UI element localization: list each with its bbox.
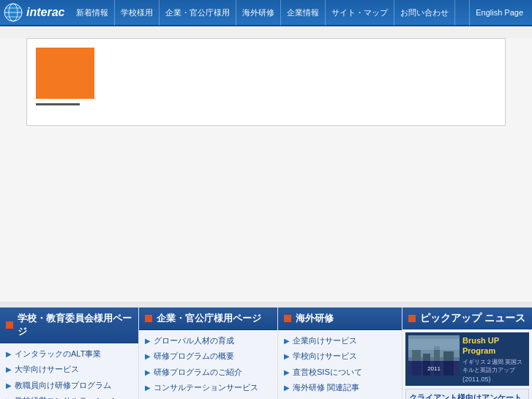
nav-news[interactable]: 新着情報 [70, 0, 115, 26]
banner-orange-block [36, 48, 94, 99]
brush-up-title: Brush UP Program [462, 335, 526, 357]
school-link-3: 教職員向け研修プログラム [15, 380, 111, 391]
arrow-icon: ▶ [6, 349, 12, 359]
list-item[interactable]: ▶ 大学向けサービス [0, 362, 138, 377]
banner [26, 38, 505, 126]
overseas-link-4: 海外研修 関連記事 [293, 382, 359, 393]
nav-sitemap[interactable]: サイト・マップ [326, 0, 394, 26]
school-section-header: 学校・教育委員会様用ページ [0, 307, 138, 343]
bottom-section: 学校・教育委員会様用ページ ▶ インタラックのALT事業 ▶ 大学向けサービス … [0, 307, 532, 399]
brush-up-image: 2011 [408, 335, 460, 376]
banner-line [36, 103, 80, 105]
arrow-icon: ▶ [284, 336, 290, 346]
list-item[interactable]: ▶ 学校向けサービス [278, 348, 402, 364]
school-links: ▶ インタラックのALT事業 ▶ 大学向けサービス ▶ 教職員向け研修プログラム… [0, 343, 138, 399]
brush-up-date: (2011.05) [462, 376, 526, 383]
logo-text: interac [26, 6, 64, 19]
logo-globe-icon [3, 2, 23, 23]
site-header: interac 新着情報 学校様用 企業・官公庁様用 海外研修 企業情報 サイト… [0, 0, 532, 26]
arrow-icon: ▶ [6, 381, 12, 391]
brush-up-text: Brush UP Program イギリス２週間 英国スキルと英語力アップ (2… [462, 335, 526, 383]
overseas-header-title: 海外研修 [296, 312, 334, 325]
brush-up-inner: 2011 Brush UP Program イギリス２週間 英国スキルと英語力ア… [408, 335, 526, 383]
list-item[interactable]: ▶ 企業・官公庁 関連記事 [139, 396, 277, 399]
nav-overseas[interactable]: 海外研修 [236, 0, 281, 26]
nav-english[interactable]: English Page [469, 0, 529, 26]
list-item[interactable]: ▶ 企業向けサービス [278, 333, 402, 348]
school-link-1: インタラックのALT事業 [15, 348, 101, 359]
arrow-icon: ▶ [6, 396, 12, 399]
spacer [0, 302, 532, 307]
main-content [0, 38, 532, 302]
news-column: ピックアップ ニュース 2011 [402, 307, 532, 399]
arrow-icon: ▶ [284, 368, 290, 378]
corp-header-title: 企業・官公庁様用ページ [157, 312, 261, 325]
nav-bar: 新着情報 学校様用 企業・官公庁様用 海外研修 企業情報 サイト・マップ お問い… [70, 0, 529, 26]
svg-rect-11 [408, 339, 460, 350]
brush-up-subtitle: イギリス２週間 英国スキルと英語力アップ [462, 358, 526, 374]
list-item[interactable]: ▶ コンサルテーションサービス [139, 380, 277, 395]
arrow-icon: ▶ [284, 383, 290, 393]
overseas-header-icon [284, 315, 291, 322]
corp-link-3: 研修プログラムのご紹介 [154, 367, 242, 378]
arrow-icon: ▶ [145, 351, 151, 362]
arrow-icon: ▶ [284, 351, 290, 362]
list-item[interactable]: ▶ グローバル人材の育成 [139, 333, 277, 348]
overseas-column: 海外研修 ▶ 企業向けサービス ▶ 学校向けサービス ▶ 直営校SISについて … [278, 307, 402, 399]
overseas-links: ▶ 企業向けサービス ▶ 学校向けサービス ▶ 直営校SISについて ▶ 海外研… [278, 330, 402, 399]
nav-company[interactable]: 企業情報 [281, 0, 326, 26]
arrow-icon: ▶ [145, 336, 151, 346]
survey-card[interactable]: クライアント様向けアンケート [405, 389, 529, 399]
list-item[interactable]: ▶ 研修プログラムのご紹介 [139, 365, 277, 380]
list-item[interactable]: ▶ 学校経営コンサルテーション [0, 393, 138, 399]
list-item[interactable]: ▶ 直営校SISについて [278, 365, 402, 380]
corp-column: 企業・官公庁様用ページ ▶ グローバル人材の育成 ▶ 研修プログラムの概要 ▶ … [139, 307, 278, 399]
arrow-icon: ▶ [145, 368, 151, 378]
list-item[interactable]: ▶ 研修プログラムの概要 [139, 348, 277, 364]
brush-up-img-overlay: 2011 [408, 361, 460, 376]
school-header-icon [6, 321, 13, 329]
overseas-link-3: 直営校SISについて [293, 367, 362, 378]
corp-header-icon [145, 315, 152, 322]
news-header-title: ピックアップ ニュース [420, 312, 525, 325]
corp-link-4: コンサルテーションサービス [154, 382, 258, 393]
logo[interactable]: interac [3, 2, 64, 23]
overseas-link-2: 学校向けサービス [293, 351, 357, 362]
survey-text: クライアント様向けアンケート [409, 392, 525, 399]
brush-up-year: 2011 [427, 365, 441, 372]
school-header-title: 学校・教育委員会様用ページ [18, 312, 132, 338]
list-item[interactable]: ▶ 教職員向け研修プログラム [0, 378, 138, 393]
list-item[interactable]: ▶ インタラックのALT事業 [0, 346, 138, 362]
school-link-4: 学校経営コンサルテーション [15, 395, 119, 399]
news-section-header: ピックアップ ニュース [402, 307, 532, 329]
nav-school[interactable]: 学校様用 [115, 0, 160, 26]
nav-corp[interactable]: 企業・官公庁様用 [160, 0, 236, 26]
list-item[interactable]: ▶ 海外研修 関連記事 [278, 380, 402, 395]
arrow-icon: ▶ [6, 365, 12, 375]
news-header-icon [408, 315, 416, 322]
arrow-icon: ▶ [145, 383, 151, 393]
corp-section-header: 企業・官公庁様用ページ [139, 307, 277, 330]
corp-links: ▶ グローバル人材の育成 ▶ 研修プログラムの概要 ▶ 研修プログラムのご紹介 … [139, 330, 277, 399]
corp-link-1: グローバル人材の育成 [154, 335, 234, 346]
school-column: 学校・教育委員会様用ページ ▶ インタラックのALT事業 ▶ 大学向けサービス … [0, 307, 139, 399]
overseas-link-1: 企業向けサービス [293, 335, 357, 346]
overseas-section-header: 海外研修 [278, 307, 402, 330]
brush-up-card[interactable]: 2011 Brush UP Program イギリス２週間 英国スキルと英語力ア… [405, 332, 529, 386]
corp-link-2: 研修プログラムの概要 [154, 351, 234, 362]
nav-contact[interactable]: お問い合わせ [394, 0, 455, 26]
school-link-2: 大学向けサービス [15, 364, 79, 375]
